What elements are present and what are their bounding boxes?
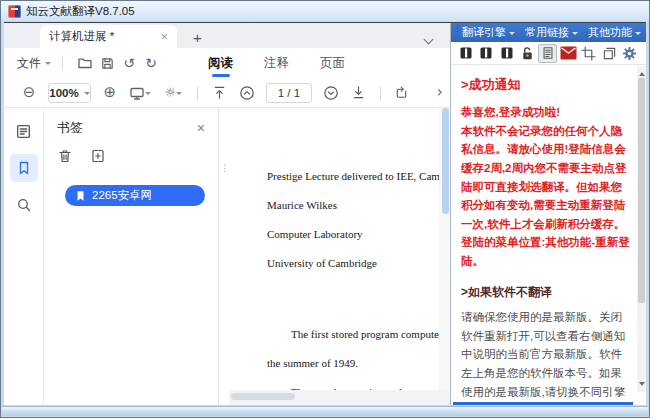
save-icon bbox=[100, 56, 115, 71]
caret-down-icon bbox=[45, 62, 51, 68]
scroll-up-arrow-icon[interactable] bbox=[639, 69, 645, 76]
notice-heading-success: >成功通知 bbox=[461, 74, 630, 95]
zoom-out-button[interactable]: ⊖ bbox=[21, 82, 37, 104]
crop-icon bbox=[581, 46, 596, 61]
bookmark-icon bbox=[75, 190, 86, 202]
caret-down-icon bbox=[176, 92, 182, 98]
circle-down-icon bbox=[323, 85, 339, 101]
screenshot-ocr-button[interactable] bbox=[600, 44, 619, 63]
next-page-button[interactable] bbox=[323, 82, 339, 104]
tab-page[interactable]: 页面 bbox=[318, 49, 347, 78]
bookmarks-panel: 书签 × 2265安卓网 bbox=[44, 108, 219, 405]
copy-result-button-2[interactable] bbox=[477, 44, 496, 63]
lock-panel-button[interactable] bbox=[518, 44, 537, 63]
feedback-mail-button[interactable] bbox=[559, 44, 578, 63]
tab-read[interactable]: 阅读 bbox=[206, 49, 235, 78]
notebook-icon bbox=[458, 45, 474, 61]
pdf-vertical-scrollbar[interactable] bbox=[440, 108, 450, 390]
view-tabs: 阅读 注释 页面 bbox=[206, 49, 347, 78]
pdf-text-line: Prestige Lecture delivered to IEE, Cambr… bbox=[267, 162, 439, 191]
delete-bookmark-button[interactable] bbox=[57, 148, 73, 168]
folder-icon bbox=[77, 55, 93, 71]
text-lines-icon bbox=[541, 46, 555, 60]
bookmarks-actions bbox=[57, 148, 205, 168]
add-bookmark-button[interactable] bbox=[90, 148, 106, 168]
close-panel-icon[interactable]: × bbox=[197, 121, 205, 135]
tab-close-icon[interactable]: × bbox=[160, 30, 168, 43]
translation-scrollbar[interactable] bbox=[637, 66, 646, 392]
notebook-icon bbox=[478, 45, 494, 61]
crop-translate-button[interactable] bbox=[579, 44, 598, 63]
bookmarks-panel-header: 书签 × bbox=[57, 119, 205, 137]
window-title: 知云文献翻译V8.7.05 bbox=[26, 4, 135, 19]
unlock-icon bbox=[520, 46, 535, 61]
bookmark-list-item[interactable]: 2265安卓网 bbox=[65, 185, 205, 206]
copy-result-button-3[interactable] bbox=[497, 44, 516, 63]
menu-common-links[interactable]: 常用链接 bbox=[525, 25, 578, 40]
settings-button[interactable] bbox=[620, 44, 639, 63]
menu-row: 文件 ↺ ↻ 阅读 注释 页面 bbox=[4, 48, 450, 78]
workspace: 书签 × 2265安卓网 bbox=[4, 108, 450, 405]
collapse-toolbar-icon[interactable] bbox=[425, 29, 432, 47]
arrow-to-top-icon bbox=[212, 85, 227, 100]
menu-label: 常用链接 bbox=[525, 25, 569, 40]
reader-area: 计算机进展 * × + 文件 ↺ ↻ bbox=[4, 23, 450, 405]
page-number-input[interactable]: 1 / 1 bbox=[266, 83, 312, 103]
redo-button[interactable]: ↻ bbox=[140, 52, 162, 74]
caret-down-icon bbox=[572, 32, 578, 38]
sidebar-item-thumbnails[interactable] bbox=[10, 117, 38, 145]
outline-list-icon bbox=[15, 123, 32, 140]
caret-down-icon bbox=[635, 32, 641, 38]
pdf-horizontal-scroll-thumb[interactable] bbox=[231, 393, 295, 400]
pdf-text-line: The first stored program computers began… bbox=[267, 320, 439, 349]
save-button[interactable] bbox=[96, 52, 118, 74]
caret-down-icon bbox=[145, 92, 151, 98]
page-display-mode-button[interactable] bbox=[129, 82, 151, 104]
copy-result-button-1[interactable] bbox=[456, 44, 475, 63]
go-last-page-button[interactable] bbox=[350, 82, 366, 104]
brightness-icon: ☼ bbox=[164, 86, 176, 99]
open-file-button[interactable] bbox=[74, 52, 96, 74]
zoom-in-button[interactable]: ⊕ bbox=[102, 82, 118, 104]
pdf-vertical-scroll-thumb[interactable] bbox=[442, 108, 449, 214]
add-note-icon bbox=[90, 148, 106, 164]
undo-icon: ↺ bbox=[123, 56, 135, 70]
zoom-level-dropdown[interactable]: 100% bbox=[48, 83, 90, 103]
pdf-text-line: the summer of 1949. bbox=[267, 349, 439, 378]
pdf-text-line: Maurice Wilkes bbox=[267, 191, 439, 220]
sidebar-item-search[interactable] bbox=[10, 191, 38, 219]
undo-button[interactable]: ↺ bbox=[118, 52, 140, 74]
bookmark-item-label: 2265安卓网 bbox=[92, 188, 152, 203]
menu-label: 其他功能 bbox=[588, 25, 632, 40]
pdf-text-line: Computer Laboratory bbox=[267, 220, 439, 249]
menu-other-functions[interactable]: 其他功能 bbox=[588, 25, 641, 40]
toolbar-overflow-button[interactable]: › bbox=[432, 82, 448, 104]
translation-scroll-thumb[interactable] bbox=[638, 78, 645, 303]
document-tab[interactable]: 计算机进展 * × bbox=[40, 25, 177, 48]
drag-handle-icon[interactable]: ⋮⋮ bbox=[453, 24, 471, 32]
translation-notice-content: >成功通知 恭喜您,登录成功啦! 本软件不会记录您的任何个人隐私信息。请放心使用… bbox=[451, 65, 646, 405]
document-tabbar: 计算机进展 * × + bbox=[4, 23, 450, 48]
go-first-page-button[interactable] bbox=[211, 82, 227, 104]
divider bbox=[197, 86, 198, 100]
new-tab-button[interactable]: + bbox=[193, 30, 202, 45]
tab-annotate[interactable]: 注释 bbox=[262, 49, 291, 78]
show-original-text-button[interactable] bbox=[538, 44, 557, 63]
panel-splitter[interactable]: ⋮⋮ bbox=[219, 108, 229, 405]
display-brightness-button[interactable]: ☼ bbox=[162, 82, 184, 104]
scroll-down-arrow-icon[interactable] bbox=[639, 382, 645, 389]
zoom-level-value: 100% bbox=[49, 87, 78, 99]
redo-icon: ↻ bbox=[145, 56, 157, 70]
app-logo-icon bbox=[8, 5, 21, 18]
pdf-text-line: University of Cambridge bbox=[267, 249, 439, 278]
rotate-page-button[interactable] bbox=[393, 82, 409, 104]
sidebar-item-bookmarks[interactable] bbox=[10, 154, 38, 182]
bookmark-icon bbox=[16, 160, 32, 176]
window-bottom-frame bbox=[2, 406, 648, 416]
zoom-out-icon: ⊖ bbox=[23, 85, 36, 100]
pdf-page[interactable]: Prestige Lecture delivered to IEE, Cambr… bbox=[229, 108, 439, 390]
pdf-viewer[interactable]: Prestige Lecture delivered to IEE, Cambr… bbox=[229, 108, 450, 405]
app-window: 知云文献翻译V8.7.05 计算机进展 * × + 文件 bbox=[0, 0, 650, 418]
file-menu-button[interactable]: 文件 bbox=[17, 55, 51, 72]
previous-page-button[interactable] bbox=[238, 82, 254, 104]
